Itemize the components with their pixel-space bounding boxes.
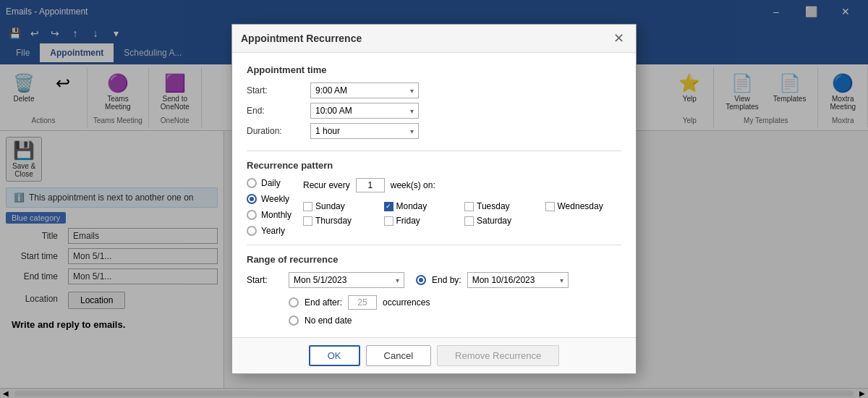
appointment-recurrence-dialog: Appointment Recurrence ✕ Appointment tim… — [231, 24, 637, 374]
end-by-date-value: Mon 10/16/2023 — [472, 275, 535, 285]
day-monday[interactable]: Monday — [384, 201, 461, 211]
end-by-radio[interactable] — [416, 275, 426, 285]
radio-daily-label: Daily — [261, 178, 281, 188]
label-sunday: Sunday — [315, 201, 345, 211]
range-section: Range of recurrence Start: Mon 5/1/2023 … — [247, 245, 621, 326]
end-by-label: End by: — [432, 275, 461, 285]
range-start-chevron-icon: ▾ — [396, 276, 399, 284]
range-start-label: Start: — [247, 275, 283, 285]
recur-every-input[interactable] — [356, 178, 385, 192]
start-time-select[interactable]: 9:00 AM ▾ — [310, 82, 419, 98]
end-by-option[interactable]: End by: Mon 10/16/2023 ▾ — [416, 272, 569, 288]
recurrence-pattern-title: Recurrence pattern — [247, 160, 621, 171]
radio-daily-circle[interactable] — [247, 178, 257, 188]
recurrence-pattern-section: Recurrence pattern Daily Weekly — [247, 151, 621, 236]
label-monday: Monday — [396, 201, 427, 211]
duration-value: 1 hour — [315, 126, 340, 136]
day-saturday[interactable]: Saturday — [464, 216, 540, 226]
appointment-time-title: Appointment time — [247, 64, 621, 75]
end-after-radio[interactable] — [289, 297, 299, 308]
day-thursday[interactable]: Thursday — [303, 216, 379, 226]
remove-recurrence-button[interactable]: Remove Recurrence — [437, 345, 559, 366]
duration-chevron-icon: ▾ — [410, 127, 414, 135]
duration-select[interactable]: 1 hour ▾ — [310, 123, 419, 139]
radio-yearly-label: Yearly — [261, 226, 285, 236]
start-time-chevron-icon: ▾ — [410, 87, 414, 95]
label-thursday: Thursday — [315, 216, 352, 226]
end-time-value: 10:00 AM — [315, 106, 352, 116]
day-friday[interactable]: Friday — [384, 216, 461, 226]
recur-every-row: Recur every week(s) on: — [303, 178, 621, 192]
label-tuesday: Tuesday — [477, 201, 510, 211]
radio-yearly-circle[interactable] — [247, 226, 257, 236]
cancel-button[interactable]: Cancel — [366, 345, 431, 366]
checkbox-monday[interactable] — [384, 202, 393, 211]
radio-weekly-label: Weekly — [261, 194, 289, 204]
checkbox-thursday[interactable] — [303, 216, 312, 226]
radio-yearly[interactable]: Yearly — [247, 226, 292, 236]
end-after-label: End after: — [305, 297, 342, 308]
end-after-no-end-options: End after: occurrences No end date — [289, 295, 621, 326]
range-start-value: Mon 5/1/2023 — [294, 275, 346, 285]
dialog-title: Appointment Recurrence — [241, 33, 362, 44]
label-friday: Friday — [396, 216, 420, 226]
end-after-option[interactable]: End after: occurrences — [289, 295, 621, 310]
end-after-input[interactable] — [348, 295, 377, 310]
dialog-close-button[interactable]: ✕ — [610, 30, 627, 46]
duration-label: Duration: — [247, 126, 305, 136]
range-title: Range of recurrence — [247, 254, 621, 265]
checkbox-tuesday[interactable] — [464, 202, 474, 211]
dialog-footer: OK Cancel Remove Recurrence — [232, 337, 636, 373]
range-start-select[interactable]: Mon 5/1/2023 ▾ — [289, 272, 404, 288]
dialog-title-bar: Appointment Recurrence ✕ — [232, 25, 636, 53]
time-grid: Start: 9:00 AM ▾ End: 10:00 AM ▾ Duratio… — [247, 82, 621, 139]
no-end-date-option[interactable]: No end date — [289, 316, 621, 326]
recurrence-body: Daily Weekly Monthly Yearly — [247, 178, 621, 236]
end-label: End: — [247, 106, 305, 116]
checkbox-sunday[interactable] — [303, 202, 312, 211]
end-by-date-select[interactable]: Mon 10/16/2023 ▾ — [467, 272, 569, 288]
ok-button[interactable]: OK — [309, 345, 360, 366]
start-label: Start: — [247, 85, 305, 96]
start-time-value: 9:00 AM — [315, 85, 347, 96]
checkbox-wednesday[interactable] — [545, 202, 555, 211]
recurrence-type-options: Daily Weekly Monthly Yearly — [247, 178, 292, 236]
day-sunday[interactable]: Sunday — [303, 201, 379, 211]
range-start-row: Start: Mon 5/1/2023 ▾ End by: Mon 10/16/… — [247, 272, 621, 288]
weeks-suffix: week(s) on: — [391, 180, 435, 190]
checkbox-saturday[interactable] — [464, 216, 474, 226]
dialog-overlay: Appointment Recurrence ✕ Appointment tim… — [0, 0, 868, 398]
no-end-label: No end date — [305, 316, 352, 326]
checkbox-friday[interactable] — [384, 216, 393, 226]
recur-every-label: Recur every — [303, 180, 350, 190]
label-saturday: Saturday — [477, 216, 511, 226]
radio-monthly-label: Monthly — [261, 210, 292, 220]
end-by-chevron-icon: ▾ — [560, 276, 563, 284]
radio-weekly-circle[interactable] — [247, 194, 257, 204]
no-end-radio[interactable] — [289, 316, 299, 326]
day-tuesday[interactable]: Tuesday — [464, 201, 540, 211]
occurrences-label: occurrences — [383, 297, 430, 308]
label-wednesday: Wednesday — [558, 201, 603, 211]
radio-monthly[interactable]: Monthly — [247, 210, 292, 220]
dialog-body: Appointment time Start: 9:00 AM ▾ End: 1… — [232, 53, 636, 337]
recurrence-options: Recur every week(s) on: Sunday Mo — [303, 178, 621, 236]
radio-weekly[interactable]: Weekly — [247, 194, 292, 204]
days-grid: Sunday Monday Tuesday — [303, 201, 621, 226]
day-wednesday[interactable]: Wednesday — [545, 201, 622, 211]
radio-daily[interactable]: Daily — [247, 178, 292, 188]
end-options: End by: Mon 10/16/2023 ▾ — [416, 272, 569, 288]
radio-monthly-circle[interactable] — [247, 210, 257, 220]
end-time-select[interactable]: 10:00 AM ▾ — [310, 103, 419, 119]
end-time-chevron-icon: ▾ — [410, 107, 414, 115]
